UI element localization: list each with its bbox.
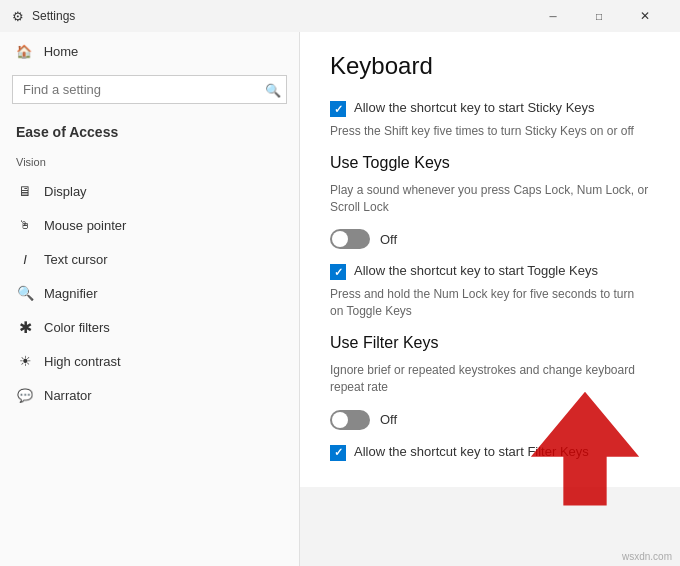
sidebar-item-display[interactable]: 🖥 Display xyxy=(0,174,299,208)
app-body: 🏠 Home 🔍 Ease of Access Vision 🖥 Display… xyxy=(0,32,680,566)
filter-keys-description: Ignore brief or repeated keystrokes and … xyxy=(330,362,650,396)
settings-icon: ⚙ xyxy=(12,9,24,24)
sidebar: 🏠 Home 🔍 Ease of Access Vision 🖥 Display… xyxy=(0,32,300,566)
close-button[interactable]: ✕ xyxy=(622,0,668,32)
toggle-keys-state: Off xyxy=(380,232,397,247)
title-bar-controls: ─ □ ✕ xyxy=(530,0,668,32)
sidebar-item-text-cursor[interactable]: I Text cursor xyxy=(0,242,299,276)
toggle-keys-checkbox[interactable]: ✓ xyxy=(330,264,346,280)
search-input[interactable] xyxy=(12,75,287,104)
app-title: Settings xyxy=(32,9,75,23)
sticky-keys-label: Allow the shortcut key to start Sticky K… xyxy=(354,100,595,115)
sidebar-home[interactable]: 🏠 Home xyxy=(0,32,299,67)
toggle-keys-description: Play a sound whenever you press Caps Loc… xyxy=(330,182,650,216)
sidebar-item-magnifier-label: Magnifier xyxy=(44,286,97,301)
toggle-checkmark-icon: ✓ xyxy=(334,266,343,279)
sidebar-item-narrator[interactable]: 💬 Narrator xyxy=(0,378,299,412)
sidebar-item-narrator-label: Narrator xyxy=(44,388,92,403)
filter-keys-toggle-row: Off xyxy=(330,410,650,430)
color-filters-icon: ✱ xyxy=(16,318,34,336)
sidebar-item-display-label: Display xyxy=(44,184,87,199)
filter-keys-state: Off xyxy=(380,412,397,427)
ease-of-access-heading: Ease of Access xyxy=(0,120,299,152)
toggle-keys-checkbox-row: ✓ Allow the shortcut key to start Toggle… xyxy=(330,263,650,280)
sidebar-item-mouse-pointer-label: Mouse pointer xyxy=(44,218,126,233)
maximize-button[interactable]: □ xyxy=(576,0,622,32)
toggle-keys-title: Use Toggle Keys xyxy=(330,154,650,172)
filter-keys-label: Allow the shortcut key to start Filter K… xyxy=(354,444,589,459)
high-contrast-icon: ☀ xyxy=(16,352,34,370)
filter-keys-toggle[interactable] xyxy=(330,410,370,430)
toggle-keys-toggle-row: Off xyxy=(330,229,650,249)
sidebar-item-high-contrast-label: High contrast xyxy=(44,354,121,369)
sticky-keys-checkbox[interactable]: ✓ xyxy=(330,101,346,117)
sidebar-item-magnifier[interactable]: 🔍 Magnifier xyxy=(0,276,299,310)
sidebar-item-color-filters-label: Color filters xyxy=(44,320,110,335)
page-title: Keyboard xyxy=(330,52,650,80)
checkmark-icon: ✓ xyxy=(334,103,343,116)
filter-keys-checkbox-row: ✓ Allow the shortcut key to start Filter… xyxy=(330,444,650,461)
sidebar-item-high-contrast[interactable]: ☀ High contrast xyxy=(0,344,299,378)
search-button[interactable]: 🔍 xyxy=(265,82,281,97)
main-wrapper: Keyboard ✓ Allow the shortcut key to sta… xyxy=(300,32,680,566)
text-cursor-icon: I xyxy=(16,250,34,268)
title-bar: ⚙ Settings ─ □ ✕ xyxy=(0,0,680,32)
watermark: wsxdn.com xyxy=(622,551,672,562)
toggle-keys-label: Allow the shortcut key to start Toggle K… xyxy=(354,263,598,278)
toggle-keys-checkbox-description: Press and hold the Num Lock key for five… xyxy=(330,286,650,320)
sidebar-item-color-filters[interactable]: ✱ Color filters xyxy=(0,310,299,344)
sidebar-item-text-cursor-label: Text cursor xyxy=(44,252,108,267)
minimize-button[interactable]: ─ xyxy=(530,0,576,32)
title-bar-left: ⚙ Settings xyxy=(12,9,75,24)
sticky-keys-checkbox-row: ✓ Allow the shortcut key to start Sticky… xyxy=(330,100,650,117)
toggle-keys-toggle[interactable] xyxy=(330,229,370,249)
home-icon: 🏠 xyxy=(16,44,32,59)
vision-label: Vision xyxy=(0,152,299,174)
display-icon: 🖥 xyxy=(16,182,34,200)
narrator-icon: 💬 xyxy=(16,386,34,404)
main-content: Keyboard ✓ Allow the shortcut key to sta… xyxy=(300,32,680,487)
filter-checkmark-icon: ✓ xyxy=(334,446,343,459)
filter-keys-checkbox[interactable]: ✓ xyxy=(330,445,346,461)
filter-keys-title: Use Filter Keys xyxy=(330,334,650,352)
home-label: Home xyxy=(44,44,79,59)
sticky-keys-description: Press the Shift key five times to turn S… xyxy=(330,123,650,140)
sidebar-item-mouse-pointer[interactable]: 🖱 Mouse pointer xyxy=(0,208,299,242)
mouse-pointer-icon: 🖱 xyxy=(16,216,34,234)
magnifier-icon: 🔍 xyxy=(16,284,34,302)
search-box: 🔍 xyxy=(12,75,287,104)
